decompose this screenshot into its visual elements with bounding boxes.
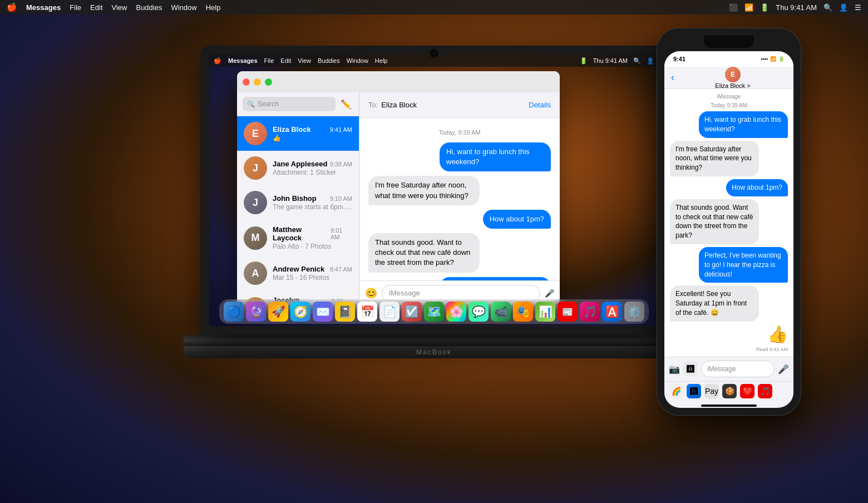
conv-info-john: John Bishop 9:10 AM The game starts at 6…	[273, 194, 352, 211]
menubar-help[interactable]: Help	[206, 3, 221, 12]
iphone-contact-name[interactable]: Eliza Block >	[715, 82, 750, 89]
iphone-msg-4: That sounds good. Want to check out that…	[670, 199, 788, 244]
iphone-app-heart[interactable]: ❤️	[740, 384, 754, 398]
conv-time-jane: 9:38 AM	[330, 161, 352, 167]
conv-name-jane: Jane Appleseed	[273, 160, 328, 168]
avatar-matthew: M	[244, 226, 267, 250]
close-button[interactable]	[243, 78, 250, 86]
iphone-status-icons: ▪▪▪▪ 📶 🔋	[761, 56, 785, 62]
dock-mail[interactable]: ✉️	[313, 302, 333, 322]
iphone-app-music[interactable]: 🎵	[758, 384, 772, 398]
iphone-home-indicator[interactable]	[701, 405, 757, 407]
menubar-wifi-icon: 📶	[744, 3, 753, 12]
minimize-button[interactable]	[254, 78, 261, 86]
chat-area: To: Eliza Block Details Today, 9:39 AM H…	[359, 92, 560, 305]
iphone-app-appstore[interactable]: 🅰	[687, 384, 701, 398]
iphone-back-button[interactable]: ‹	[671, 72, 674, 83]
dock-safari[interactable]: 🧭	[290, 302, 310, 322]
conv-header-eliza: Eliza Block 9:41 AM	[273, 125, 352, 134]
screen-search[interactable]: 🔍	[633, 57, 641, 65]
screen-user[interactable]: 👤	[647, 57, 654, 65]
conversation-andrew[interactable]: A Andrew Penick 8:47 AM Mar 15 - 16 Phot…	[237, 256, 359, 290]
iphone-app-strip: 🌈 🅰 Pay 🍪 ❤️ 🎵	[669, 384, 772, 398]
iphone-app-photos[interactable]: 🌈	[669, 384, 683, 398]
iphone-msg-1: Hi, want to grab lunch this weekend?	[670, 111, 788, 138]
mic-button[interactable]: 🎤	[545, 289, 554, 298]
menubar-airplay-icon: ⬛	[729, 3, 738, 12]
maximize-button[interactable]	[265, 78, 272, 86]
screen-view[interactable]: View	[298, 57, 311, 64]
dock-launchpad[interactable]: 🚀	[268, 302, 288, 322]
screen-file[interactable]: File	[264, 57, 274, 64]
imessage-input[interactable]: iMessage	[382, 285, 540, 302]
dock-settings[interactable]: ⚙️	[624, 302, 644, 322]
apple-menu[interactable]: 🍎	[7, 2, 17, 12]
screen-help[interactable]: Help	[375, 57, 388, 64]
menubar-view[interactable]: View	[112, 3, 127, 12]
screen-edit[interactable]: Edit	[280, 57, 291, 64]
dock-finder[interactable]: 🔵	[224, 302, 244, 322]
conv-header-john: John Bishop 9:10 AM	[273, 194, 352, 203]
dock-photos[interactable]: 🌸	[446, 302, 466, 322]
details-button[interactable]: Details	[529, 101, 551, 109]
message-m1: Hi, want to grab lunch this weekend?	[368, 142, 551, 171]
dock-notes[interactable]: 📓	[335, 302, 355, 322]
iphone-mic-button[interactable]: 🎤	[778, 364, 789, 374]
iphone-imessage-label: iMessage	[670, 93, 788, 100]
screen-window[interactable]: Window	[347, 57, 368, 64]
menubar-messages[interactable]: Messages	[26, 3, 61, 12]
menubar-list-icon[interactable]: ☰	[855, 3, 861, 12]
dock-facetime[interactable]: 📹	[491, 302, 511, 322]
menubar-user-icon[interactable]: 👤	[839, 3, 848, 12]
dock-calendar[interactable]: 📅	[357, 302, 377, 322]
conv-info-eliza: Eliza Block 9:41 AM 👍	[273, 125, 352, 142]
dock-reminders[interactable]: ☑️	[402, 302, 422, 322]
iphone-read-receipt: Read 9:41 AM	[670, 347, 788, 352]
macbook: 🍎 Messages File Edit View Buddies Window…	[195, 46, 673, 502]
search-icon: 🔍	[247, 101, 255, 108]
iphone-imessage-input[interactable]: iMessage	[701, 361, 775, 377]
avatar-jane: J	[244, 156, 267, 180]
conversation-jane[interactable]: J Jane Appleseed 9:38 AM Attachment: 1 S…	[237, 151, 359, 185]
menubar-file[interactable]: File	[70, 3, 81, 12]
menubar-window[interactable]: Window	[171, 3, 196, 12]
macbook-hinge	[184, 335, 684, 346]
compose-button[interactable]: ✏️	[339, 97, 353, 111]
dock-keynote[interactable]: 🎭	[513, 302, 533, 322]
dock-numbers[interactable]: 📊	[535, 302, 555, 322]
conversation-eliza[interactable]: E Eliza Block 9:41 AM 👍	[237, 116, 359, 151]
search-input[interactable]: 🔍 Search	[243, 97, 336, 111]
conv-preview-andrew: Mar 15 - 16 Photos	[273, 274, 352, 282]
screen-messages[interactable]: Messages	[228, 57, 258, 64]
dock-appstore[interactable]: 🅰️	[602, 302, 622, 322]
menubar-time: Thu 9:41 AM	[776, 3, 817, 12]
emoji-button[interactable]: 😊	[365, 287, 377, 299]
dock-music[interactable]: 🎵	[580, 302, 600, 322]
menubar: 🍎 Messages File Edit View Buddies Window…	[0, 0, 868, 14]
conv-name-matthew: Matthew Laycock	[273, 225, 331, 242]
bubble-m3: How about 1pm?	[483, 210, 551, 229]
dock-siri[interactable]: 🔮	[246, 302, 266, 322]
iphone-appstore-button[interactable]: 🅰	[683, 362, 698, 376]
conversation-john[interactable]: J John Bishop 9:10 AM The game starts at…	[237, 185, 359, 220]
macbook-label: MacBook	[416, 348, 452, 356]
menubar-edit[interactable]: Edit	[90, 3, 102, 12]
conv-time-matthew: 9:01 AM	[331, 227, 352, 240]
iphone-app-pay[interactable]: Pay	[704, 384, 719, 398]
iphone-contact-avatar: E	[725, 67, 741, 82]
screen-buddies[interactable]: Buddies	[318, 57, 340, 64]
dock-maps[interactable]: 🗺️	[424, 302, 444, 322]
conversation-matthew[interactable]: M Matthew Laycock 9:01 AM Palo Alto - 7 …	[237, 220, 359, 256]
dock-news[interactable]: 📰	[558, 302, 578, 322]
screen-apple[interactable]: 🍎	[214, 57, 221, 65]
iphone-input-bar: 📷 🅰 iMessage 🎤	[664, 357, 793, 381]
iphone-wifi: 📶	[770, 56, 776, 62]
menubar-search-icon[interactable]: 🔍	[823, 3, 832, 12]
iphone-camera-button[interactable]: 📷	[669, 364, 680, 374]
iphone-today-label: Today 9:39 AM	[670, 102, 788, 109]
menubar-buddies[interactable]: Buddies	[136, 3, 162, 12]
dock-messages[interactable]: 💬	[468, 302, 489, 322]
dock-preview[interactable]: 📄	[379, 302, 400, 322]
iphone-app-cookie[interactable]: 🍪	[722, 384, 737, 398]
dock: 🔵 🔮 🚀 🧭 ✉️ 📓 📅 📄 ☑️ 🗺️ 🌸 💬 📹 🎭 📊 📰 🎵 🅰️	[219, 299, 649, 324]
